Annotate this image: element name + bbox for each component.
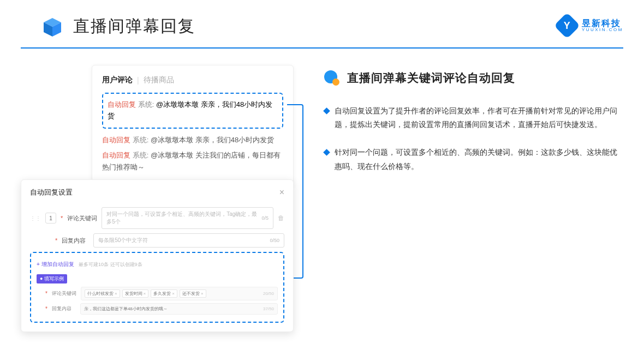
brand-name-en: YUUXIN.COM: [582, 28, 623, 32]
tag-chip: 还不发货×: [180, 289, 206, 298]
brand-logo: Y 昱新科技 YUUXIN.COM: [558, 16, 623, 35]
content-input[interactable]: 每条限50个中文字符 0/50: [93, 233, 284, 248]
brand-icon: Y: [554, 13, 580, 39]
tag-chip: 什么时候发货×: [85, 289, 120, 298]
auto-reply-tag: 自动回复: [108, 100, 136, 108]
example-keyword-input[interactable]: 什么时候发货× 发货时间× 多久发货× 还不发货× 20/50: [81, 287, 278, 300]
delete-icon[interactable]: 🗑: [278, 214, 284, 222]
comment-line: 自动回复 系统: @冰墩墩本墩 关注我们的店铺，每日都有热门推荐呦～: [102, 149, 283, 173]
diamond-icon: [323, 149, 330, 156]
bullet-point: 针对同一个问题，可设置多个相近的、高频的关键词。例如：这款多少钱、这块能优惠吗、…: [324, 146, 623, 173]
tag-chip: 发货时间×: [122, 289, 149, 298]
diamond-icon: [323, 107, 330, 114]
content-label: 回复内容: [62, 237, 89, 245]
auto-reply-settings-modal: 自动回复设置 × ⋮⋮ 1 * 评论关键词 对同一个问题，可设置多个相近、高频的…: [21, 179, 294, 332]
tag-chip: 多久发货×: [151, 289, 177, 298]
example-content-input[interactable]: 亲，我们这边都是下单48小时内发货的哦～ 37/50: [80, 303, 278, 315]
example-badge: ● 填写示例: [37, 274, 67, 283]
cube-icon: [41, 16, 63, 38]
brand-name-cn: 昱新科技: [582, 19, 623, 28]
highlighted-comment: 自动回复 系统: @冰墩墩本墩 亲亲，我们48小时内发货: [102, 93, 283, 129]
bullet-point: 自动回复设置为了提升作者的评论回复效率，作者可在开播前针对常见的评论用户问题，提…: [324, 104, 623, 131]
example-box: + 增加自动回复 最多可建10条 还可以创建9条 ● 填写示例 * 评论关键词 …: [30, 252, 284, 323]
add-auto-reply-link[interactable]: + 增加自动回复: [37, 261, 74, 268]
tab-pending-products[interactable]: 待播商品: [144, 75, 174, 85]
comment-line: 自动回复 系统: @冰墩墩本墩 亲亲，我们48小时内发货: [102, 134, 283, 146]
close-icon[interactable]: ×: [279, 188, 284, 197]
add-hint: 最多可建10条 还可以创建9条: [79, 262, 142, 267]
section-title: 直播间弹幕关键词评论自动回复: [347, 70, 515, 86]
page-title: 直播间弹幕回复: [73, 15, 195, 38]
speech-bubble-icon: [324, 70, 339, 86]
comments-panel: 用户评论 | 待播商品 自动回复 系统: @冰墩墩本墩 亲亲，我们48小时内发货…: [92, 65, 294, 187]
keyword-label: 评论关键词: [67, 214, 97, 222]
keyword-input[interactable]: 对同一个问题，可设置多个相近、高频的关键词，Tag确定，最多5个 0/5: [102, 207, 273, 229]
drag-handle-icon[interactable]: ⋮⋮: [30, 215, 41, 221]
tab-user-comments[interactable]: 用户评论: [102, 75, 133, 85]
modal-title: 自动回复设置: [30, 188, 73, 197]
index-box: 1: [45, 213, 56, 224]
